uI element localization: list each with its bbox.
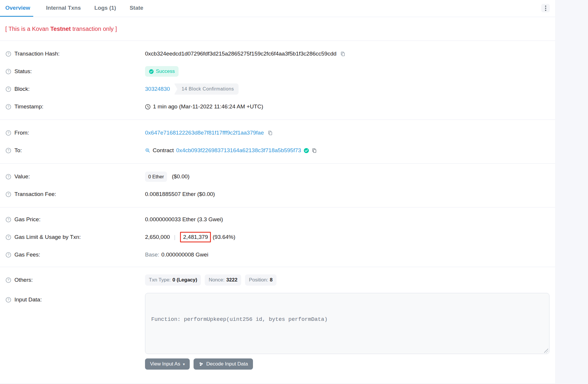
from-label: ? From: (6, 130, 145, 136)
from-address-link[interactable]: 0x647e7168122263d8e7f81f17fff9c2f1aa379f… (145, 130, 264, 136)
help-icon[interactable]: ? (6, 252, 11, 258)
copy-icon[interactable] (340, 51, 346, 57)
row-others: ? Others: Txn Type: 0 (Legacy) Nonce: 32… (6, 271, 549, 289)
input-data-textarea[interactable]: Function: performUpkeep(uint256 id, byte… (145, 293, 549, 354)
gas-limit-label: ? Gas Limit & Usage by Txn: (6, 234, 145, 240)
nonce-key: Nonce: (209, 277, 224, 283)
copy-icon[interactable] (267, 130, 273, 136)
help-icon[interactable]: ? (6, 130, 11, 136)
position-key: Position: (249, 277, 268, 283)
tab-overview[interactable]: Overview (0, 0, 33, 17)
value-label: ? Value: (6, 173, 145, 180)
view-input-as-button[interactable]: View Input As ▾ (145, 358, 190, 370)
input-data-line (151, 341, 543, 349)
gas-used-value: 2,481,379 (183, 234, 208, 240)
ether-value-badge: 0 Ether (145, 172, 167, 182)
help-icon[interactable]: ? (6, 234, 11, 240)
decode-input-data-label: Decode Input Data (206, 361, 248, 367)
decode-input-data-button[interactable]: Decode Input Data (194, 358, 253, 370)
usd-value-text: ($0.00) (172, 173, 189, 180)
gas-price-label: ? Gas Price: (6, 216, 145, 223)
row-label-text: Status: (14, 68, 32, 75)
help-icon[interactable]: ? (6, 297, 11, 303)
position-value: 8 (270, 277, 272, 283)
svg-text:?: ? (7, 278, 9, 282)
block-confirmations-badge: 14 Block Confirmations (174, 83, 239, 95)
section-gas: ? Gas Price: 0.0000000033 Ether (3.3 Gwe… (0, 207, 555, 267)
transaction-card: Overview Internal Txns Logs (1) State [ … (0, 0, 555, 384)
copy-icon[interactable] (312, 148, 317, 153)
svg-text:?: ? (7, 131, 9, 135)
status-label: ? Status: (6, 68, 145, 75)
clock-icon (145, 104, 151, 110)
testnet-notice: [ This is a Kovan Testnet transaction on… (0, 17, 555, 41)
zoom-search-icon[interactable] (145, 148, 150, 153)
gas-limit-value: 2,650,000 (145, 234, 170, 240)
row-timestamp: ? Timestamp: 1 min ago (Mar-11-2022 11:4… (6, 98, 549, 115)
transaction-fee-value: 0.0081885507 Ether ($0.00) (145, 191, 215, 197)
help-icon[interactable]: ? (6, 217, 11, 222)
row-label-text: Others: (14, 277, 33, 283)
chevron-down-icon: ▾ (183, 362, 185, 366)
help-icon[interactable]: ? (6, 51, 11, 57)
tab-internal-txns[interactable]: Internal Txns (46, 0, 81, 17)
input-data-buttons: View Input As ▾ Decode Input Data (145, 358, 549, 370)
svg-text:?: ? (7, 235, 9, 239)
kebab-menu-button[interactable] (541, 4, 550, 12)
help-icon[interactable]: ? (6, 277, 11, 283)
timestamp-value: 1 min ago (Mar-11-2022 11:46:24 AM +UTC) (153, 103, 263, 110)
others-label: ? Others: (6, 277, 145, 283)
row-label-text: Transaction Fee: (14, 191, 56, 197)
kebab-dot (545, 8, 546, 9)
section-parties: ? From: 0x647e7168122263d8e7f81f17fff9c2… (0, 120, 555, 164)
transaction-fee-label: ? Transaction Fee: (6, 191, 145, 197)
testnet-notice-prefix: [ This is a Kovan (5, 26, 50, 32)
check-circle-icon (149, 69, 154, 74)
row-input-data: ? Input Data: Function: performUpkeep(ui… (6, 289, 549, 370)
textarea-resize-grip[interactable] (544, 349, 548, 353)
input-data-wrap: Function: performUpkeep(uint256 id, byte… (145, 289, 549, 370)
txn-type-value: 0 (Legacy) (172, 277, 197, 283)
help-icon[interactable]: ? (6, 104, 11, 110)
row-label-text: Gas Limit & Usage by Txn: (14, 234, 81, 240)
txn-type-key: Txn Type: (149, 277, 171, 283)
kebab-dot (545, 10, 546, 11)
help-icon[interactable]: ? (6, 86, 11, 92)
svg-text:?: ? (7, 192, 9, 196)
row-gas-price: ? Gas Price: 0.0000000033 Ether (3.3 Gwe… (6, 211, 549, 228)
decode-icon (199, 362, 204, 367)
svg-text:?: ? (7, 253, 9, 256)
block-number-link[interactable]: 30324830 (145, 86, 170, 92)
status-badge-text: Success (156, 68, 175, 74)
tab-logs[interactable]: Logs (1) (94, 0, 117, 17)
row-block: ? Block: 30324830 14 Block Confirmations (6, 80, 549, 98)
help-icon[interactable]: ? (6, 69, 11, 74)
svg-text:?: ? (7, 70, 9, 73)
row-label-text: Value: (14, 173, 30, 180)
row-transaction-hash: ? Transaction Hash: 0xcb324eedcd1d07296f… (6, 45, 549, 63)
svg-text:?: ? (7, 52, 9, 56)
gas-used-highlight-box: 2,481,379 (180, 232, 211, 242)
help-icon[interactable]: ? (6, 174, 11, 180)
row-transaction-fee: ? Transaction Fee: 0.0081885507 Ether ($… (6, 185, 549, 203)
to-address-link[interactable]: 0x4cb093f226983713164a62138c3f718a5b595f… (176, 147, 301, 154)
row-label-text: To: (14, 147, 22, 154)
gas-limit-separator: | (173, 234, 177, 240)
timestamp-label: ? Timestamp: (6, 103, 145, 110)
nonce-value: 3222 (226, 277, 237, 283)
svg-text:?: ? (7, 218, 9, 221)
svg-text:?: ? (7, 298, 9, 301)
tab-state[interactable]: State (129, 0, 144, 17)
help-icon[interactable]: ? (6, 148, 11, 153)
row-label-text: Transaction Hash: (14, 51, 59, 57)
help-icon[interactable]: ? (6, 192, 11, 197)
row-status: ? Status: Success (6, 63, 549, 80)
input-data-line: Function: performUpkeep(uint256 id, byte… (151, 315, 543, 324)
row-to: ? To: Contract 0x4cb093f226983713164a621… (6, 142, 549, 159)
row-value: ? Value: 0 Ether ($0.00) (6, 168, 549, 185)
row-from: ? From: 0x647e7168122263d8e7f81f17fff9c2… (6, 124, 549, 142)
gas-used-percent: (93.64%) (213, 234, 235, 240)
section-summary: ? Transaction Hash: 0xcb324eedcd1d07296f… (0, 41, 555, 120)
transaction-detail-page: Overview Internal Txns Logs (1) State [ … (0, 0, 588, 384)
view-input-as-label: View Input As (150, 361, 180, 367)
